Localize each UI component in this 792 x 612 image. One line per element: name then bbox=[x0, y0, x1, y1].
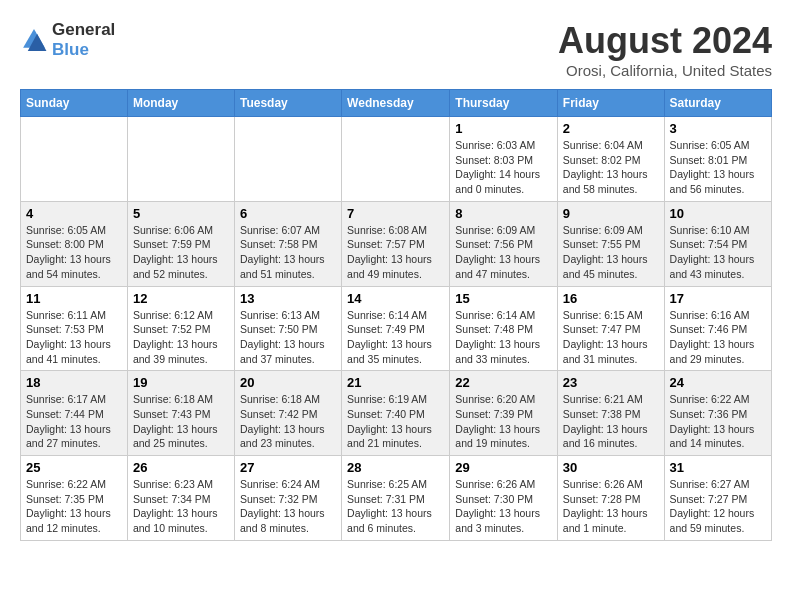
day-info: Sunrise: 6:24 AMSunset: 7:32 PMDaylight:… bbox=[240, 477, 336, 536]
calendar-header: SundayMondayTuesdayWednesdayThursdayFrid… bbox=[21, 90, 772, 117]
day-number: 29 bbox=[455, 460, 552, 475]
day-number: 9 bbox=[563, 206, 659, 221]
day-number: 26 bbox=[133, 460, 229, 475]
day-number: 16 bbox=[563, 291, 659, 306]
day-info: Sunrise: 6:16 AMSunset: 7:46 PMDaylight:… bbox=[670, 308, 766, 367]
calendar-cell: 13Sunrise: 6:13 AMSunset: 7:50 PMDayligh… bbox=[234, 286, 341, 371]
page-header: General Blue August 2024 Orosi, Californ… bbox=[20, 20, 772, 79]
weekday-header-saturday: Saturday bbox=[664, 90, 771, 117]
calendar-cell: 19Sunrise: 6:18 AMSunset: 7:43 PMDayligh… bbox=[127, 371, 234, 456]
weekday-header-thursday: Thursday bbox=[450, 90, 558, 117]
weekday-header-monday: Monday bbox=[127, 90, 234, 117]
subtitle: Orosi, California, United States bbox=[558, 62, 772, 79]
calendar-cell: 1Sunrise: 6:03 AMSunset: 8:03 PMDaylight… bbox=[450, 117, 558, 202]
title-block: August 2024 Orosi, California, United St… bbox=[558, 20, 772, 79]
day-number: 5 bbox=[133, 206, 229, 221]
calendar-cell: 30Sunrise: 6:26 AMSunset: 7:28 PMDayligh… bbox=[557, 456, 664, 541]
day-number: 4 bbox=[26, 206, 122, 221]
calendar-week-row: 11Sunrise: 6:11 AMSunset: 7:53 PMDayligh… bbox=[21, 286, 772, 371]
day-info: Sunrise: 6:18 AMSunset: 7:42 PMDaylight:… bbox=[240, 392, 336, 451]
day-info: Sunrise: 6:23 AMSunset: 7:34 PMDaylight:… bbox=[133, 477, 229, 536]
logo-text: General Blue bbox=[52, 20, 115, 60]
calendar-cell: 2Sunrise: 6:04 AMSunset: 8:02 PMDaylight… bbox=[557, 117, 664, 202]
calendar-body: 1Sunrise: 6:03 AMSunset: 8:03 PMDaylight… bbox=[21, 117, 772, 541]
day-number: 23 bbox=[563, 375, 659, 390]
day-number: 18 bbox=[26, 375, 122, 390]
day-info: Sunrise: 6:09 AMSunset: 7:56 PMDaylight:… bbox=[455, 223, 552, 282]
day-info: Sunrise: 6:06 AMSunset: 7:59 PMDaylight:… bbox=[133, 223, 229, 282]
day-number: 10 bbox=[670, 206, 766, 221]
day-number: 20 bbox=[240, 375, 336, 390]
day-info: Sunrise: 6:11 AMSunset: 7:53 PMDaylight:… bbox=[26, 308, 122, 367]
calendar-week-row: 1Sunrise: 6:03 AMSunset: 8:03 PMDaylight… bbox=[21, 117, 772, 202]
calendar-cell: 4Sunrise: 6:05 AMSunset: 8:00 PMDaylight… bbox=[21, 201, 128, 286]
day-info: Sunrise: 6:22 AMSunset: 7:36 PMDaylight:… bbox=[670, 392, 766, 451]
day-info: Sunrise: 6:21 AMSunset: 7:38 PMDaylight:… bbox=[563, 392, 659, 451]
day-number: 21 bbox=[347, 375, 444, 390]
calendar-cell: 21Sunrise: 6:19 AMSunset: 7:40 PMDayligh… bbox=[342, 371, 450, 456]
day-number: 2 bbox=[563, 121, 659, 136]
day-info: Sunrise: 6:07 AMSunset: 7:58 PMDaylight:… bbox=[240, 223, 336, 282]
calendar-cell: 27Sunrise: 6:24 AMSunset: 7:32 PMDayligh… bbox=[234, 456, 341, 541]
day-number: 14 bbox=[347, 291, 444, 306]
day-number: 30 bbox=[563, 460, 659, 475]
day-info: Sunrise: 6:14 AMSunset: 7:48 PMDaylight:… bbox=[455, 308, 552, 367]
calendar-cell: 14Sunrise: 6:14 AMSunset: 7:49 PMDayligh… bbox=[342, 286, 450, 371]
calendar-cell bbox=[234, 117, 341, 202]
calendar-week-row: 18Sunrise: 6:17 AMSunset: 7:44 PMDayligh… bbox=[21, 371, 772, 456]
day-number: 7 bbox=[347, 206, 444, 221]
calendar-cell bbox=[342, 117, 450, 202]
day-number: 13 bbox=[240, 291, 336, 306]
calendar-cell: 20Sunrise: 6:18 AMSunset: 7:42 PMDayligh… bbox=[234, 371, 341, 456]
day-number: 27 bbox=[240, 460, 336, 475]
calendar-cell: 22Sunrise: 6:20 AMSunset: 7:39 PMDayligh… bbox=[450, 371, 558, 456]
day-number: 31 bbox=[670, 460, 766, 475]
calendar-cell: 10Sunrise: 6:10 AMSunset: 7:54 PMDayligh… bbox=[664, 201, 771, 286]
weekday-header-friday: Friday bbox=[557, 90, 664, 117]
day-number: 8 bbox=[455, 206, 552, 221]
day-info: Sunrise: 6:12 AMSunset: 7:52 PMDaylight:… bbox=[133, 308, 229, 367]
day-info: Sunrise: 6:08 AMSunset: 7:57 PMDaylight:… bbox=[347, 223, 444, 282]
calendar-cell: 8Sunrise: 6:09 AMSunset: 7:56 PMDaylight… bbox=[450, 201, 558, 286]
day-info: Sunrise: 6:03 AMSunset: 8:03 PMDaylight:… bbox=[455, 138, 552, 197]
calendar-cell: 17Sunrise: 6:16 AMSunset: 7:46 PMDayligh… bbox=[664, 286, 771, 371]
day-info: Sunrise: 6:13 AMSunset: 7:50 PMDaylight:… bbox=[240, 308, 336, 367]
day-info: Sunrise: 6:15 AMSunset: 7:47 PMDaylight:… bbox=[563, 308, 659, 367]
logo: General Blue bbox=[20, 20, 115, 60]
calendar-cell: 28Sunrise: 6:25 AMSunset: 7:31 PMDayligh… bbox=[342, 456, 450, 541]
logo-icon bbox=[20, 26, 48, 54]
day-info: Sunrise: 6:27 AMSunset: 7:27 PMDaylight:… bbox=[670, 477, 766, 536]
calendar-cell bbox=[21, 117, 128, 202]
weekday-header-tuesday: Tuesday bbox=[234, 90, 341, 117]
calendar-cell: 5Sunrise: 6:06 AMSunset: 7:59 PMDaylight… bbox=[127, 201, 234, 286]
day-info: Sunrise: 6:10 AMSunset: 7:54 PMDaylight:… bbox=[670, 223, 766, 282]
day-info: Sunrise: 6:18 AMSunset: 7:43 PMDaylight:… bbox=[133, 392, 229, 451]
day-number: 11 bbox=[26, 291, 122, 306]
day-number: 28 bbox=[347, 460, 444, 475]
calendar-cell: 11Sunrise: 6:11 AMSunset: 7:53 PMDayligh… bbox=[21, 286, 128, 371]
calendar-cell: 18Sunrise: 6:17 AMSunset: 7:44 PMDayligh… bbox=[21, 371, 128, 456]
calendar-cell: 16Sunrise: 6:15 AMSunset: 7:47 PMDayligh… bbox=[557, 286, 664, 371]
calendar-cell: 26Sunrise: 6:23 AMSunset: 7:34 PMDayligh… bbox=[127, 456, 234, 541]
calendar-cell: 9Sunrise: 6:09 AMSunset: 7:55 PMDaylight… bbox=[557, 201, 664, 286]
day-number: 6 bbox=[240, 206, 336, 221]
day-number: 25 bbox=[26, 460, 122, 475]
calendar-cell bbox=[127, 117, 234, 202]
day-info: Sunrise: 6:26 AMSunset: 7:30 PMDaylight:… bbox=[455, 477, 552, 536]
day-number: 22 bbox=[455, 375, 552, 390]
calendar-cell: 6Sunrise: 6:07 AMSunset: 7:58 PMDaylight… bbox=[234, 201, 341, 286]
calendar-week-row: 25Sunrise: 6:22 AMSunset: 7:35 PMDayligh… bbox=[21, 456, 772, 541]
day-info: Sunrise: 6:05 AMSunset: 8:00 PMDaylight:… bbox=[26, 223, 122, 282]
calendar-week-row: 4Sunrise: 6:05 AMSunset: 8:00 PMDaylight… bbox=[21, 201, 772, 286]
calendar-cell: 25Sunrise: 6:22 AMSunset: 7:35 PMDayligh… bbox=[21, 456, 128, 541]
calendar-cell: 15Sunrise: 6:14 AMSunset: 7:48 PMDayligh… bbox=[450, 286, 558, 371]
calendar-cell: 12Sunrise: 6:12 AMSunset: 7:52 PMDayligh… bbox=[127, 286, 234, 371]
main-title: August 2024 bbox=[558, 20, 772, 62]
day-info: Sunrise: 6:26 AMSunset: 7:28 PMDaylight:… bbox=[563, 477, 659, 536]
calendar-cell: 3Sunrise: 6:05 AMSunset: 8:01 PMDaylight… bbox=[664, 117, 771, 202]
day-info: Sunrise: 6:22 AMSunset: 7:35 PMDaylight:… bbox=[26, 477, 122, 536]
weekday-header-row: SundayMondayTuesdayWednesdayThursdayFrid… bbox=[21, 90, 772, 117]
day-info: Sunrise: 6:19 AMSunset: 7:40 PMDaylight:… bbox=[347, 392, 444, 451]
day-number: 15 bbox=[455, 291, 552, 306]
day-info: Sunrise: 6:25 AMSunset: 7:31 PMDaylight:… bbox=[347, 477, 444, 536]
